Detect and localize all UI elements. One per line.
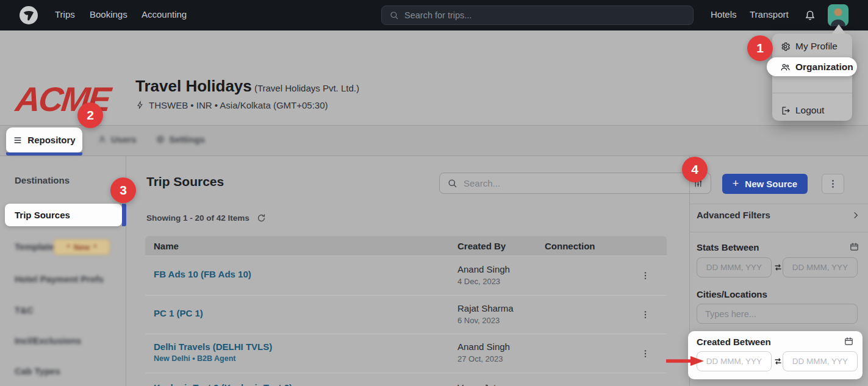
table-header-row: Name Created By Connection (145, 236, 667, 256)
sidebar-item-incl-exclusions[interactable]: Incl/Exclusions (15, 335, 81, 346)
search-icon (447, 178, 457, 188)
menu-item-my-profile[interactable]: My Profile (780, 41, 838, 52)
sidebar-active-bar (122, 204, 126, 226)
brand-logo-icon[interactable] (20, 6, 38, 24)
results-count-row: Showing 1 - 20 of 42 Items (146, 213, 266, 223)
tab-repository[interactable]: Repository (6, 127, 82, 152)
row-kebab-icon[interactable] (640, 349, 650, 359)
refresh-icon[interactable] (257, 213, 266, 223)
cities-locations-label: Cities/Locations (697, 289, 767, 299)
nav-item-bookings[interactable]: Bookings (90, 9, 127, 20)
table-row: Kashmir Test 2 (Kashmir Test 2) Varun Ja… (145, 373, 667, 386)
divider (690, 204, 868, 204)
sidebar-item-tnc[interactable]: T&C (15, 305, 34, 315)
created-from-date-input[interactable] (697, 351, 772, 371)
nav-item-trips[interactable]: Trips (55, 9, 75, 20)
source-name-link[interactable]: Delhi Travels (DELHI TVLS) (154, 341, 272, 352)
sidebar-item-trip-sources[interactable]: Trip Sources (5, 204, 122, 226)
created-date: 27 Oct, 2023 (457, 354, 503, 363)
cities-locations-input[interactable] (697, 304, 858, 324)
column-header-name: Name (154, 241, 179, 251)
tab-label: Repository (27, 135, 75, 145)
org-meta-text: THSWEB • INR • Asia/Kolkata (GMT+05:30) (149, 100, 328, 110)
calendar-icon[interactable] (849, 241, 859, 252)
org-meta-row: THSWEB • INR • Asia/Kolkata (GMT+05:30) (135, 100, 328, 110)
tab-label: Users (111, 134, 137, 145)
swap-arrows-icon (773, 357, 783, 366)
trip-search-input[interactable] (404, 10, 667, 20)
trip-source-search-bar[interactable] (439, 173, 711, 194)
repository-sidebar: Destinations Trip Sources Templates *New… (0, 156, 126, 386)
menu-divider (772, 93, 852, 93)
divider (690, 232, 868, 232)
table-row: Delhi Travels (DELHI TVLS) New Delhi • B… (145, 334, 667, 373)
gear-icon (780, 41, 791, 52)
search-icon (389, 10, 399, 20)
gear-icon (156, 135, 165, 144)
badge-label: New (74, 243, 90, 252)
table-row: PC 1 (PC 1) Rajat Sharma 6 Nov, 2023 (145, 296, 667, 334)
swap-arrows-icon (773, 263, 783, 272)
sidebar-item-hotel-payment-prefs[interactable]: Hotel Payment Prefs (15, 274, 104, 284)
top-nav-bar: Trips Bookings Accounting Hotels Transpo… (0, 0, 868, 30)
row-kebab-icon[interactable] (640, 310, 650, 320)
sidebar-item-destinations[interactable]: Destinations (15, 175, 70, 185)
logout-icon (780, 105, 791, 116)
profile-dropdown-menu: My Profile Organization Logout (772, 34, 852, 121)
nav-item-transport[interactable]: Transport (750, 9, 789, 20)
lightning-icon (135, 101, 145, 110)
tab-users[interactable]: Users (98, 134, 137, 145)
user-avatar[interactable] (828, 4, 848, 26)
sidebar-item-cab-types[interactable]: Cab Types (15, 366, 60, 376)
stats-from-date-input[interactable] (697, 257, 772, 277)
sidebar-item-templates[interactable]: Templates (15, 241, 59, 252)
nav-item-hotels[interactable]: Hotels (711, 9, 737, 20)
page: Trips Bookings Accounting Hotels Transpo… (0, 0, 868, 386)
tab-strip: Repository Users Settings (0, 125, 868, 156)
notification-bell-icon[interactable] (803, 8, 817, 23)
source-subtitle: New Delhi • B2B Agent (154, 354, 236, 363)
source-name-link[interactable]: Kashmir Test 2 (Kashmir Test 2) (154, 382, 292, 386)
hamburger-icon (13, 135, 23, 145)
trip-sources-panel: Trip Sources + New Source Showing 1 - 20… (126, 156, 689, 386)
results-count-text: Showing 1 - 20 of 42 Items (146, 213, 249, 223)
menu-item-organization[interactable]: Organization (780, 62, 853, 73)
tab-label: Settings (169, 134, 205, 145)
creator-name: Varun Jatav (457, 382, 506, 386)
menu-label: Organization (795, 62, 853, 73)
trip-source-search-input[interactable] (464, 178, 687, 188)
row-kebab-icon[interactable] (640, 271, 650, 281)
created-to-date-input[interactable] (783, 351, 858, 371)
chevron-right-icon (852, 211, 860, 220)
step-badge-3: 3 (110, 177, 136, 203)
org-name: Travel Holidays (135, 77, 252, 95)
trip-sources-table: Name Created By Connection FB Ads 10 (FB… (145, 236, 667, 386)
dropdown-caret (832, 24, 845, 34)
table-row: FB Ads 10 (FB Ads 10) Anand Singh 4 Dec,… (145, 256, 667, 296)
column-header-connection: Connection (545, 241, 595, 251)
user-icon (98, 135, 107, 144)
nav-item-accounting[interactable]: Accounting (142, 9, 187, 20)
menu-label: Logout (795, 105, 824, 116)
advanced-filters-toggle[interactable]: Advanced Filters (697, 210, 860, 220)
step-badge-1: 1 (747, 35, 773, 61)
tab-settings[interactable]: Settings (156, 134, 205, 145)
creator-name: Anand Singh (457, 341, 510, 352)
sparkle-icon: * (67, 243, 70, 252)
source-name-link[interactable]: PC 1 (PC 1) (154, 308, 203, 318)
org-legal-name: (Travel Holidays Pvt. Ltd.) (252, 83, 359, 93)
page-title: Trip Sources (146, 174, 224, 189)
trip-search-bar[interactable] (381, 5, 694, 25)
stats-between-label: Stats Between (697, 242, 759, 252)
pointer-arrow (666, 356, 704, 366)
creator-name: Rajat Sharma (457, 303, 514, 313)
calendar-icon[interactable] (844, 336, 854, 346)
step-badge-4: 4 (682, 157, 708, 182)
column-header-created-by: Created By (457, 241, 506, 251)
filters-panel: Advanced Filters Stats Between Cities/Lo… (689, 156, 868, 386)
menu-item-logout[interactable]: Logout (780, 105, 824, 116)
stats-to-date-input[interactable] (783, 257, 858, 277)
source-name-link[interactable]: FB Ads 10 (FB Ads 10) (154, 269, 251, 279)
created-date: 6 Nov, 2023 (457, 316, 500, 325)
created-between-label: Created Between (697, 337, 771, 347)
